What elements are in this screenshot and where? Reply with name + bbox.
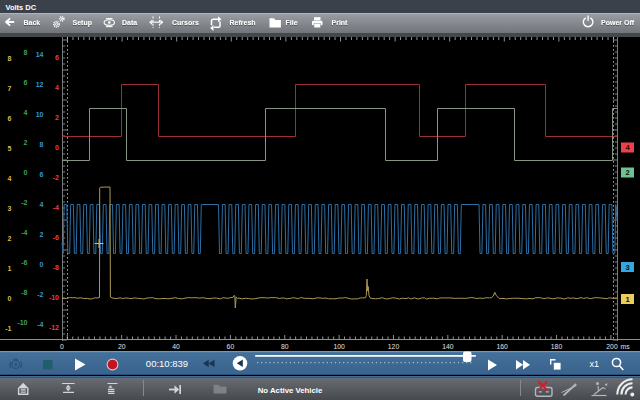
svg-text:1: 1: [8, 265, 12, 272]
svg-text:14: 14: [36, 51, 44, 58]
svg-text:4: 4: [8, 175, 12, 182]
svg-text:120: 120: [388, 343, 400, 350]
svg-text:1: 1: [625, 295, 629, 304]
svg-text:100: 100: [333, 343, 345, 350]
svg-text:6: 6: [40, 171, 44, 178]
svg-text:-4: -4: [37, 321, 43, 328]
svg-text:Power Off: Power Off: [601, 19, 635, 26]
svg-text:2: 2: [40, 231, 44, 238]
svg-text:2: 2: [24, 139, 28, 146]
svg-text:3: 3: [8, 205, 12, 212]
svg-text:-10: -10: [49, 294, 59, 301]
svg-text:File: File: [286, 19, 298, 26]
svg-text:0: 0: [55, 144, 59, 151]
svg-text:40: 40: [172, 343, 180, 350]
svg-text:4: 4: [55, 84, 59, 91]
svg-text:60: 60: [227, 343, 235, 350]
svg-text:10: 10: [36, 111, 44, 118]
svg-text:Print: Print: [332, 19, 349, 26]
svg-text:Setup: Setup: [73, 19, 92, 27]
svg-text:ms: ms: [621, 343, 631, 350]
svg-text:5: 5: [8, 145, 12, 152]
svg-text:-8: -8: [21, 289, 27, 296]
svg-text:180: 180: [551, 343, 563, 350]
svg-text:0: 0: [60, 343, 64, 350]
svg-text:0: 0: [24, 169, 28, 176]
svg-text:12: 12: [36, 81, 44, 88]
svg-text:-4: -4: [53, 204, 59, 211]
svg-text:-6: -6: [21, 259, 27, 266]
svg-text:200: 200: [606, 343, 618, 350]
svg-text:0: 0: [40, 261, 44, 268]
svg-text:-4: -4: [21, 229, 27, 236]
svg-text:No Active Vehicle: No Active Vehicle: [258, 386, 323, 395]
svg-text:6: 6: [24, 79, 28, 86]
svg-text:x1: x1: [590, 359, 600, 369]
svg-text:Back: Back: [24, 19, 41, 26]
svg-text:2: 2: [55, 114, 59, 121]
svg-text:00:10:839: 00:10:839: [146, 358, 188, 369]
svg-text:2: 2: [625, 168, 629, 177]
svg-text:8: 8: [24, 49, 28, 56]
svg-text:-12: -12: [49, 324, 59, 331]
svg-text:-2: -2: [21, 199, 27, 206]
svg-text:6: 6: [8, 115, 12, 122]
svg-text:-10: -10: [17, 319, 27, 326]
svg-text:8: 8: [40, 141, 44, 148]
svg-text:-2: -2: [37, 291, 43, 298]
svg-text:-2: -2: [53, 174, 59, 181]
svg-text:-8: -8: [53, 264, 59, 271]
svg-text:Cursors: Cursors: [172, 19, 199, 26]
svg-text:0: 0: [8, 295, 12, 302]
svg-text:Data: Data: [122, 19, 137, 26]
svg-text:Volts DC: Volts DC: [6, 3, 37, 12]
svg-text:7: 7: [8, 85, 12, 92]
svg-text:160: 160: [497, 343, 509, 350]
svg-text:Refresh: Refresh: [230, 19, 256, 26]
svg-text:-6: -6: [53, 234, 59, 241]
svg-text:-1: -1: [5, 325, 11, 332]
svg-text:4: 4: [24, 109, 28, 116]
svg-text:6: 6: [55, 54, 59, 61]
svg-text:80: 80: [281, 343, 289, 350]
svg-text:4: 4: [40, 201, 44, 208]
svg-text:20: 20: [118, 343, 126, 350]
svg-text:3: 3: [625, 263, 629, 272]
svg-text:8: 8: [8, 55, 12, 62]
svg-text:2: 2: [8, 235, 12, 242]
svg-text:140: 140: [442, 343, 454, 350]
